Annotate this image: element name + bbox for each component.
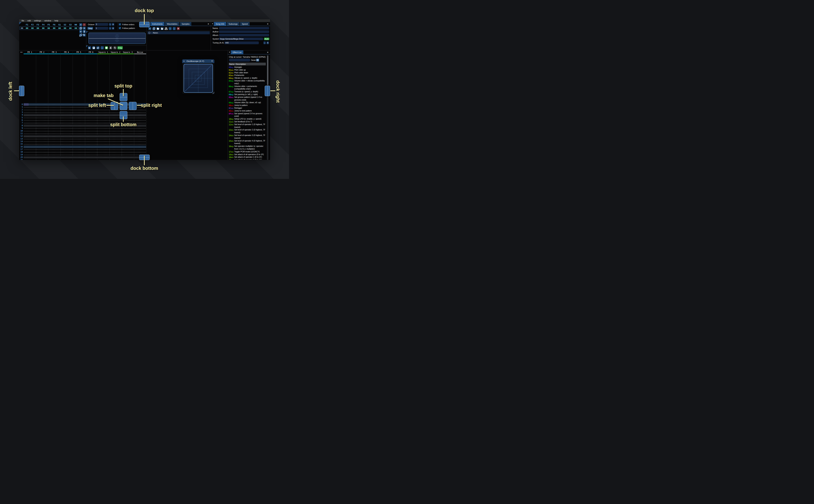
pattern-row-19[interactable]: 19 [19, 153, 146, 156]
pattern-row-17[interactable]: 17 [19, 148, 146, 151]
tuning-decrease-button[interactable]: - [263, 41, 266, 44]
effect-search-input[interactable] [229, 59, 250, 62]
instrument-list-item-none[interactable]: - None - [147, 31, 210, 34]
orders-value-f1[interactable]: 00 [24, 27, 30, 29]
effect-row-0axy[interactable]: 0AxyVolume slide (0y: down; x0: up) [229, 101, 267, 104]
song-info-tab-song-info[interactable]: Song Info [214, 22, 226, 26]
effect-row-01xx[interactable]: 01xxPitch slide up [229, 69, 267, 71]
orders-value-f3[interactable]: 00 [35, 27, 41, 29]
order-change-mode-button[interactable] [79, 34, 82, 36]
channel-header-fm-2[interactable]: FM 2 [36, 51, 48, 54]
orders-value-s1[interactable]: 00 [57, 27, 62, 29]
effect-row-0cxx[interactable]: 0CxxRetrigger [229, 107, 267, 110]
effect-row-11xx[interactable]: 11xxSet feedback (0 to 7) [229, 120, 267, 123]
close-icon[interactable]: ✕ [211, 60, 213, 62]
repeat-pattern-button[interactable]: ↻ [113, 46, 116, 49]
channel-header-square-1[interactable]: Square 1 [97, 51, 109, 54]
channel-header-noise[interactable]: Noise [134, 51, 146, 54]
name-input[interactable] [219, 27, 269, 29]
duplicate-instrument-button[interactable] [152, 27, 155, 30]
effect-row-00xy[interactable]: 00xyArpeggio [229, 66, 267, 69]
record-button[interactable] [105, 46, 108, 49]
effect-row-17xx[interactable]: 17xxToggle PCM mode (LEGACY) [229, 151, 267, 153]
play-button[interactable]: ▶ [88, 46, 91, 49]
effect-list-menu-button[interactable] [256, 59, 259, 62]
move-order-down-button[interactable]: ∨ [79, 30, 82, 33]
collapse-icon[interactable]: ▼ [229, 51, 230, 53]
system-input[interactable]: Sega Genesis/Mega Drive [219, 38, 263, 40]
effect-row-04xy[interactable]: 04xyVibrato (x: speed; y: depth) [229, 77, 267, 80]
pattern-row-12[interactable]: 12 [19, 135, 146, 137]
effect-row-0dxx[interactable]: 0DxxJump to next pattern [229, 110, 267, 112]
song-info-tab-speed[interactable]: Speed [240, 22, 249, 26]
add-order-button[interactable]: + [79, 23, 82, 26]
play-one-row-button[interactable]: ▶ [96, 46, 99, 49]
remove-order-button[interactable]: − [83, 23, 86, 26]
play-pattern-button[interactable] [92, 46, 95, 49]
oscilloscope-xy-window[interactable]: ▼ Oscilloscope (X-Y) ✕ [182, 59, 214, 94]
effect-row-08xy[interactable]: 08xySet panning (x: left; y: right) [229, 93, 267, 96]
pattern-row-13[interactable]: 13 [19, 138, 146, 140]
duplicate-order-button[interactable] [79, 27, 82, 30]
effect-row-0bxx[interactable]: 0BxxJump to pattern [229, 104, 267, 107]
pattern-add-channels-button[interactable]: ++ [20, 51, 23, 53]
channel-header-fm-6[interactable]: FM 6 [85, 51, 97, 54]
follow-orders-checkbox[interactable]: ✓ [119, 23, 121, 26]
tab-effect-list[interactable]: Effect List [231, 50, 243, 54]
orders-value-f5[interactable]: 00 [46, 27, 51, 29]
orders-value-n0[interactable]: 00 [73, 27, 78, 29]
pattern-row-10[interactable]: 10 [19, 130, 146, 132]
pattern-row-16[interactable]: 16 [19, 146, 146, 148]
pattern-row-9[interactable]: 9 [19, 127, 146, 130]
open-instrument-button[interactable] [156, 27, 159, 30]
close-icon[interactable]: ✕ [207, 23, 209, 25]
move-order-up-button[interactable]: ∧ [83, 27, 86, 30]
save-instrument-button[interactable] [160, 27, 163, 30]
instruments-tab-instruments[interactable]: Instruments [150, 22, 164, 26]
effect-row-02xx[interactable]: 02xxPitch slide down [229, 71, 267, 74]
pattern-row-11[interactable]: 11 [19, 132, 146, 135]
effect-row-03xx[interactable]: 03xxPortamento [229, 74, 267, 77]
oscilloscope-titlebar[interactable]: ▼ Oscilloscope (X-Y) ✕ [182, 59, 214, 63]
step-row-button[interactable]: ↓ [101, 46, 104, 49]
effect-row-19xx[interactable]: 19xxSet attack of all operators (0 to 1F… [229, 153, 267, 156]
effect-list-scrollbar[interactable] [267, 55, 268, 160]
effect-row-09xx[interactable]: 09xxSet groove pattern (speed 1 if no gr… [229, 96, 267, 102]
menu-item-help[interactable]: help [53, 19, 60, 22]
effect-row-14xx[interactable]: 14xxSet level of operator 3 (0 highest, … [229, 134, 267, 140]
effect-row-13xx[interactable]: 13xxSet level of operator 2 (0 highest, … [229, 129, 267, 134]
effect-row-12xx[interactable]: 12xxSet level of operator 1 (0 highest, … [229, 123, 267, 129]
orders-value-f4[interactable]: 00 [41, 27, 46, 29]
song-info-tab-subsongs[interactable]: Subsongs [227, 22, 239, 26]
pattern-row-6[interactable]: 6 [19, 119, 146, 122]
move-instrument-up-button[interactable]: ↑ [169, 27, 172, 30]
close-icon[interactable]: ✕ [267, 23, 268, 25]
album-input[interactable] [219, 34, 269, 36]
octave-decrease-button[interactable]: - [109, 23, 111, 26]
octave-increase-button[interactable]: + [112, 23, 114, 26]
step-button[interactable]: Step [87, 27, 93, 30]
effect-row-1bxx[interactable]: 1BxxSet attack of operator 2 (0 to 1F) [229, 159, 267, 160]
effect-row-06xy[interactable]: 06xyVolume slide + portamento (compatibi… [229, 85, 267, 91]
menu-item-file[interactable]: file [20, 19, 26, 22]
effect-row-16xy[interactable]: 16xySet operator multiplier (x: operator… [229, 145, 267, 151]
channel-header-fm-5[interactable]: FM 5 [73, 51, 85, 54]
channel-header-fm-4[interactable]: FM 4 [60, 51, 73, 54]
step-increase-button[interactable]: + [112, 27, 114, 30]
step-decrease-button[interactable]: - [109, 27, 111, 30]
instrument-folders-button[interactable] [165, 27, 167, 30]
channel-header-square-2[interactable]: Square 2 [109, 51, 122, 54]
author-input[interactable] [219, 30, 269, 33]
close-icon[interactable]: ✕ [267, 51, 268, 54]
pattern-row-18[interactable]: 18 [19, 151, 146, 153]
pattern-row-15[interactable]: 15 [19, 143, 146, 145]
instruments-tab-wavetables[interactable]: Wavetables [165, 22, 179, 26]
orders-value-s2[interactable]: 00 [62, 27, 68, 29]
menu-item-settings[interactable]: settings [32, 19, 43, 22]
instruments-tab-samples[interactable]: Samples [180, 22, 191, 26]
order-edit-mode-button[interactable] [83, 34, 86, 36]
menu-item-window[interactable]: window [43, 19, 53, 22]
pattern-row-21[interactable]: 21 [19, 159, 146, 160]
orders-value-f2[interactable]: 00 [30, 27, 35, 29]
add-instrument-button[interactable]: + [148, 27, 151, 30]
